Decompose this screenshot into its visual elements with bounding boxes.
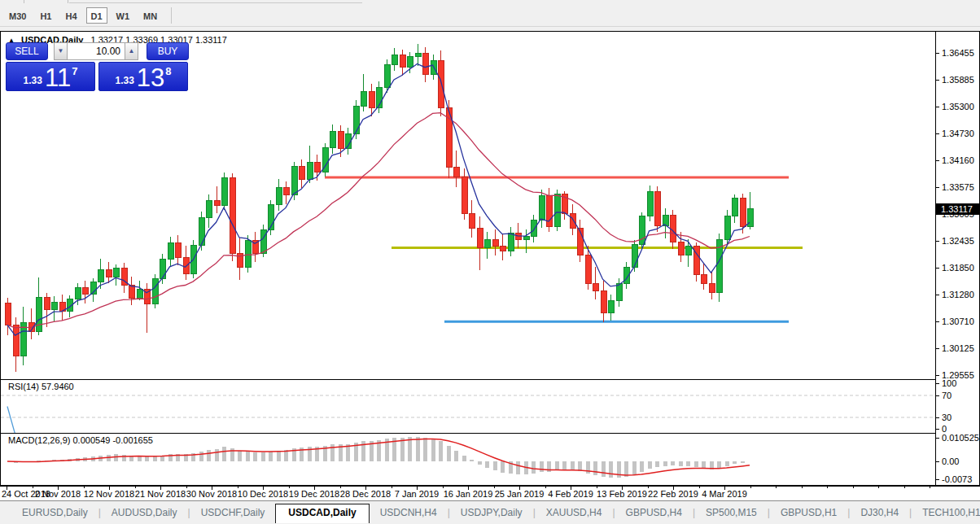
axis-tick bbox=[936, 268, 939, 269]
date-minor-tick bbox=[340, 487, 341, 488]
axis-tick bbox=[936, 417, 939, 418]
axis-tick bbox=[936, 321, 939, 322]
timeframe-button-w1[interactable]: W1 bbox=[112, 7, 135, 24]
rsi-axis-label: 100 bbox=[942, 378, 956, 388]
price-axis-label: 1.35300 bbox=[942, 102, 974, 111]
buy-price-sup: 8 bbox=[165, 65, 171, 77]
toolbar-separator bbox=[171, 7, 172, 24]
chart-tab-sp500[interactable]: SP500,M15 bbox=[695, 504, 768, 522]
date-minor-tick bbox=[392, 487, 392, 488]
current-price-box: 1.33117 bbox=[936, 203, 979, 215]
price-axis-label: 1.36455 bbox=[942, 48, 974, 58]
timeframe-button-h1[interactable]: H1 bbox=[35, 7, 56, 24]
axis-tick bbox=[936, 187, 939, 188]
date-minor-tick bbox=[135, 487, 136, 488]
axis-tick bbox=[936, 383, 939, 384]
chart-tab-usdjpy[interactable]: USDJPY,Daily bbox=[450, 504, 533, 522]
date-minor-tick bbox=[750, 487, 751, 488]
chart-tab-usdchf[interactable]: USDCHF,Daily bbox=[190, 504, 276, 522]
price-axis-label: 1.34730 bbox=[942, 129, 974, 138]
rsi-value: 57.9460 bbox=[42, 382, 74, 391]
date-minor-tick bbox=[186, 487, 187, 488]
chart-tab-gbpusd[interactable]: GBPUSD,H1 bbox=[770, 504, 847, 522]
date-minor-tick bbox=[545, 487, 546, 488]
price-axis-label: 1.30125 bbox=[942, 343, 974, 353]
date-axis[interactable]: 24 Oct 20182 Nov 201812 Nov 201821 Nov 2… bbox=[0, 486, 980, 500]
chart-tab-usdcnh[interactable]: USDCNH,H4 bbox=[370, 504, 448, 522]
price-axis-label: 1.31280 bbox=[942, 290, 974, 299]
axis-tick bbox=[936, 395, 939, 396]
date-minor-tick bbox=[84, 487, 85, 488]
macd-name: MACD(12,26,9) bbox=[8, 435, 70, 445]
price-axis-label: 1.33575 bbox=[942, 182, 974, 192]
axis-tick bbox=[936, 160, 939, 161]
sell-price-sup: 7 bbox=[72, 65, 77, 77]
axis-tick bbox=[936, 375, 939, 376]
chart-tab-audusd[interactable]: AUDUSD,Daily bbox=[101, 504, 188, 522]
date-minor-tick bbox=[238, 487, 238, 488]
macd-axis-label: 0.00 bbox=[942, 456, 959, 466]
macd-label: MACD(12,26,9) 0.000549 -0.001655 bbox=[8, 435, 153, 445]
date-label: 4 Mar 2019 bbox=[692, 489, 757, 499]
timeframe-button-d1[interactable]: D1 bbox=[86, 7, 107, 24]
chart-tab-gbpusd[interactable]: GBPUSD,H4 bbox=[615, 504, 693, 522]
volume-increase-button[interactable]: ▲ bbox=[125, 42, 138, 60]
timeframe-toolbar: M30H1H4D1W1MN bbox=[0, 4, 980, 27]
chart-tab-tech100[interactable]: TECH100,H1 bbox=[912, 504, 980, 522]
buy-price-panel[interactable]: 1.33 13 8 bbox=[98, 62, 188, 91]
up-arrow-icon: ▲ bbox=[129, 47, 135, 55]
timeframe-button-m30[interactable]: M30 bbox=[4, 7, 31, 24]
price-axis[interactable]: 1.364551.358851.353001.347301.341601.335… bbox=[935, 32, 979, 485]
toolbar-separator bbox=[24, 0, 24, 3]
axis-tick bbox=[936, 348, 939, 349]
timeframe-button-h4[interactable]: H4 bbox=[60, 7, 81, 24]
chart-tab-eurusd[interactable]: EURUSD,Daily bbox=[11, 504, 98, 522]
panel-splitter[interactable] bbox=[1, 379, 936, 380]
price-axis-label: 1.30710 bbox=[942, 317, 974, 326]
toolbar-edge bbox=[69, 2, 362, 3]
timeframe-button-mn[interactable]: MN bbox=[138, 7, 162, 24]
chart-window: ▲ USDCAD,Daily 1.33217 1.33369 1.33017 1… bbox=[0, 31, 980, 486]
price-axis-label: 1.35885 bbox=[942, 75, 974, 85]
rsi-line bbox=[7, 407, 15, 434]
axis-tick bbox=[936, 461, 939, 462]
axis-tick bbox=[936, 80, 939, 81]
volume-input[interactable] bbox=[68, 42, 125, 60]
axis-tick bbox=[936, 479, 939, 480]
date-minor-tick bbox=[33, 487, 33, 488]
macd-values: 0.000549 -0.001655 bbox=[72, 435, 152, 445]
date-minor-tick bbox=[802, 487, 803, 488]
date-minor-tick bbox=[699, 487, 700, 488]
sell-price-panel[interactable]: 1.33 11 7 bbox=[6, 62, 95, 91]
date-minor-tick bbox=[443, 487, 444, 488]
rsi-panel-canvas[interactable] bbox=[1, 380, 936, 433]
price-axis-label: 1.34160 bbox=[942, 155, 974, 165]
axis-tick bbox=[936, 107, 939, 107]
price-axis-label: 1.31850 bbox=[942, 263, 974, 273]
sell-button[interactable]: SELL bbox=[6, 42, 48, 60]
down-arrow-icon: ▼ bbox=[58, 47, 64, 55]
panel-splitter[interactable] bbox=[1, 433, 936, 434]
date-minor-tick bbox=[904, 487, 905, 488]
date-minor-tick bbox=[648, 487, 649, 488]
ma-slow-line bbox=[7, 113, 750, 328]
date-minor-tick bbox=[776, 487, 777, 488]
macd-axis-label: 0.010525 bbox=[942, 433, 979, 443]
buy-button[interactable]: BUY bbox=[147, 42, 189, 60]
sell-price-prefix: 1.33 bbox=[24, 75, 42, 86]
chart-tab-xauusd[interactable]: XAUUSD,H4 bbox=[536, 504, 613, 522]
volume-decrease-button[interactable]: ▼ bbox=[54, 42, 68, 60]
date-minor-tick bbox=[494, 487, 495, 488]
axis-tick bbox=[936, 53, 939, 54]
axis-tick bbox=[936, 295, 939, 295]
price-axis-label: 1.32435 bbox=[942, 236, 974, 246]
chart-tab-dj30[interactable]: DJ30,H4 bbox=[850, 504, 909, 522]
chart-tab-usdcad[interactable]: USDCAD,Daily bbox=[275, 504, 369, 523]
date-minor-tick bbox=[597, 487, 597, 488]
axis-tick bbox=[936, 438, 939, 439]
date-minor-tick bbox=[853, 487, 854, 488]
rsi-name: RSI(14) bbox=[8, 382, 39, 391]
date-minor-tick bbox=[289, 487, 290, 488]
date-minor-tick bbox=[878, 487, 879, 488]
rsi-axis-label: 30 bbox=[942, 413, 952, 422]
